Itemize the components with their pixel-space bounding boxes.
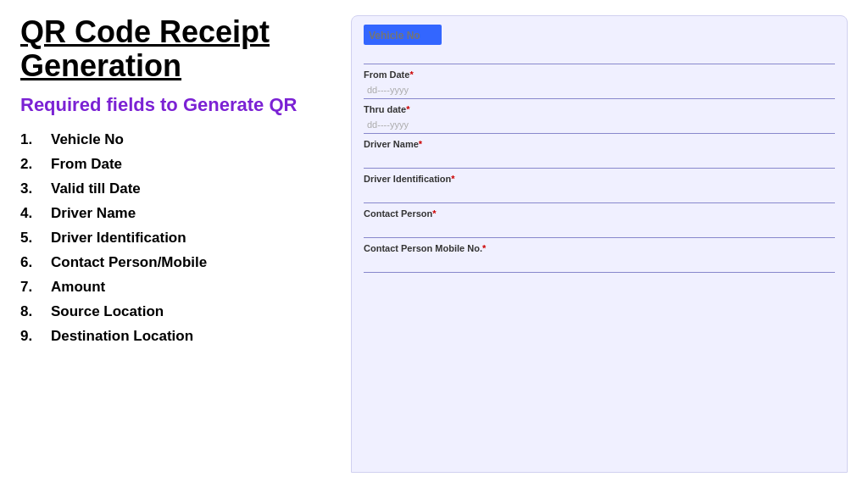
from-date-input[interactable] xyxy=(364,81,835,99)
list-item: 9. Destination Location xyxy=(20,328,342,345)
page-title: QR Code Receipt Generation xyxy=(20,15,342,82)
field-label: Amount xyxy=(51,279,105,296)
list-item: 7. Amount xyxy=(20,279,342,296)
driver-identification-input[interactable] xyxy=(364,186,835,203)
list-item: 2. From Date xyxy=(20,156,342,173)
driver-name-group: Driver Name* xyxy=(364,139,835,169)
field-label: Source Location xyxy=(51,303,164,320)
contact-person-mobile-group: Contact Person Mobile No.* xyxy=(364,243,835,273)
field-number: 2. xyxy=(20,156,51,173)
field-label: From Date xyxy=(51,156,122,173)
list-item: 4. Driver Name xyxy=(20,205,342,222)
list-item: 3. Valid till Date xyxy=(20,180,342,197)
list-item: 6. Contact Person/Mobile xyxy=(20,254,342,271)
field-label: Driver Identification xyxy=(51,230,186,247)
contact-person-mobile-input[interactable] xyxy=(364,255,835,273)
driver-identification-group: Driver Identification* xyxy=(364,174,835,203)
driver-name-input[interactable] xyxy=(364,151,835,169)
page-container: QR Code Receipt Generation Required fiel… xyxy=(0,0,868,488)
field-number: 1. xyxy=(20,131,51,148)
field-number: 7. xyxy=(20,279,51,296)
field-label: Driver Name xyxy=(51,205,136,222)
right-panel: From Date* Thru date* Driver Name* Drive… xyxy=(351,15,848,473)
vehicle-no-input[interactable] xyxy=(369,30,437,42)
vehicle-no-group xyxy=(364,25,835,64)
driver-identification-label: Driver Identification* xyxy=(364,174,835,184)
contact-person-label: Contact Person* xyxy=(364,208,835,219)
field-label: Valid till Date xyxy=(51,180,141,197)
list-item: 5. Driver Identification xyxy=(20,230,342,247)
contact-person-mobile-label: Contact Person Mobile No.* xyxy=(364,243,835,253)
vehicle-no-highlighted xyxy=(364,25,442,45)
field-number: 5. xyxy=(20,230,51,247)
contact-person-input[interactable] xyxy=(364,220,835,238)
field-number: 4. xyxy=(20,205,51,222)
list-item: 1. Vehicle No xyxy=(20,131,342,148)
left-panel: QR Code Receipt Generation Required fiel… xyxy=(20,15,351,473)
field-label: Contact Person/Mobile xyxy=(51,254,207,271)
field-list: 1. Vehicle No 2. From Date 3. Valid till… xyxy=(20,131,342,345)
thru-date-label: Thru date* xyxy=(364,104,835,114)
field-label: Vehicle No xyxy=(51,131,124,148)
vehicle-no-bottom-input[interactable] xyxy=(364,47,835,64)
contact-person-group: Contact Person* xyxy=(364,208,835,238)
thru-date-group: Thru date* xyxy=(364,104,835,134)
driver-name-label: Driver Name* xyxy=(364,139,835,149)
from-date-group: From Date* xyxy=(364,69,835,99)
field-number: 6. xyxy=(20,254,51,271)
field-number: 3. xyxy=(20,180,51,197)
field-number: 8. xyxy=(20,303,51,320)
field-label: Destination Location xyxy=(51,328,193,345)
subtitle: Required fields to Generate QR xyxy=(20,94,342,116)
from-date-label: From Date* xyxy=(364,69,835,80)
field-number: 9. xyxy=(20,328,51,345)
thru-date-input[interactable] xyxy=(364,116,835,134)
list-item: 8. Source Location xyxy=(20,303,342,320)
